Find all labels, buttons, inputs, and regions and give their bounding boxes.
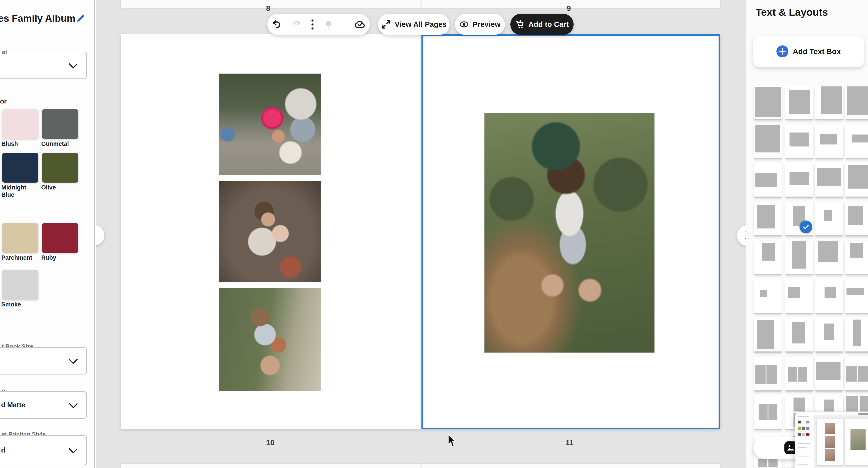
paper-type-select[interactable]: d Matte <box>0 391 87 419</box>
layout-placeholder <box>769 459 778 467</box>
layout-placeholder <box>817 168 841 186</box>
layout-thumbnail[interactable] <box>845 86 868 120</box>
layout-placeholder <box>755 365 766 384</box>
selected-check-icon <box>800 221 812 233</box>
layout-thumbnail[interactable] <box>845 202 868 236</box>
mini-swatch-dot <box>798 433 801 436</box>
layout-thumbnail[interactable] <box>785 279 813 314</box>
layout-thumbnail[interactable] <box>785 241 813 275</box>
layout-thumbnail[interactable] <box>845 125 868 159</box>
layout-thumbnail[interactable] <box>815 318 843 353</box>
chevron-down-icon <box>69 60 78 69</box>
swatch-gunmetal[interactable] <box>42 109 78 139</box>
layout-thumbnail[interactable] <box>785 202 813 236</box>
chevron-down-icon <box>69 399 78 408</box>
swatch-midnight-blue[interactable] <box>2 153 38 182</box>
redo-icon[interactable] <box>291 19 302 30</box>
layout-placeholder <box>757 320 774 349</box>
swatch-label: Blush <box>1 140 39 147</box>
swatch-ruby[interactable] <box>42 223 78 253</box>
layout-thumbnail[interactable] <box>754 318 782 353</box>
text-layouts-heading: Text & Layouts <box>755 6 828 18</box>
layout-thumbnail[interactable] <box>754 279 782 314</box>
layout-placeholder <box>821 87 842 114</box>
layout-placeholder <box>848 206 863 225</box>
layout-thumbnail[interactable] <box>754 86 782 120</box>
layout-placeholder <box>769 404 777 420</box>
bell-icon[interactable] <box>323 19 334 30</box>
view-all-pages-button[interactable]: View All Pages <box>378 14 450 35</box>
photo-mother-baby-outdoor[interactable] <box>219 288 321 391</box>
layout-placeholder <box>767 365 777 384</box>
book-page-left[interactable] <box>121 34 421 429</box>
cloud-saved-icon[interactable] <box>354 19 366 30</box>
photo-mother-baby-indoor[interactable] <box>219 181 321 282</box>
swatch-smoke[interactable] <box>2 270 38 300</box>
layout-thumbnail[interactable] <box>815 163 843 198</box>
photo-girl-on-swing[interactable] <box>485 113 654 353</box>
layout-thumbnail[interactable] <box>754 241 782 275</box>
color-section-label: or <box>0 98 7 105</box>
layout-placeholder <box>851 134 868 142</box>
layout-thumbnail[interactable] <box>845 279 868 314</box>
layout-thumbnail[interactable] <box>845 163 868 198</box>
layout-thumbnail[interactable] <box>845 241 868 275</box>
layout-thumbnail[interactable] <box>785 86 813 120</box>
layout-thumbnail[interactable] <box>785 318 813 353</box>
editor-mini-toolbar <box>268 14 370 35</box>
layout-placeholder <box>755 87 781 117</box>
add-text-box-button[interactable]: Add Text Box <box>753 36 864 67</box>
layout-thumbnail[interactable] <box>754 163 782 198</box>
swatch-blush[interactable] <box>2 109 38 139</box>
swatch-label: Ruby <box>41 254 79 262</box>
mini-preview-window[interactable] <box>795 411 868 468</box>
add-to-cart-button[interactable]: Add to Cart <box>510 14 574 35</box>
layout-placeholder <box>788 287 800 298</box>
layout-placeholder <box>762 243 775 261</box>
layout-placeholder <box>846 366 857 381</box>
book-size-select[interactable] <box>0 347 87 374</box>
photo-helmet-girl[interactable] <box>219 74 321 175</box>
layout-placeholder <box>825 287 836 298</box>
layout-thumbnail[interactable] <box>845 318 868 353</box>
book-page-right-selected[interactable] <box>422 34 720 429</box>
next-spread-edge-left <box>121 464 421 468</box>
mini-swatch-dot <box>798 421 801 424</box>
undo-icon[interactable] <box>272 19 282 30</box>
layout-thumbnail[interactable] <box>845 357 868 392</box>
layout-thumbnail[interactable] <box>815 125 843 159</box>
add-to-cart-label: Add to Cart <box>529 20 569 29</box>
text-and-layouts-sidebar: Text & Layouts Add Text Box Phot <box>746 0 868 468</box>
kebab-menu-icon[interactable] <box>311 20 313 30</box>
paper-type-value: d Matte <box>1 401 25 409</box>
swatch-olive[interactable] <box>42 153 78 182</box>
page-number-11: 11 <box>566 438 574 447</box>
mini-sidebar <box>797 414 813 468</box>
swatch-parchment[interactable] <box>2 223 38 253</box>
mini-canvas <box>814 415 868 468</box>
color-palette-select[interactable]: et <box>0 52 87 79</box>
layout-thumbnail[interactable] <box>754 396 782 430</box>
layout-thumbnail[interactable] <box>815 357 843 392</box>
mini-page-right <box>845 419 868 465</box>
layout-thumbnail[interactable] <box>754 357 782 392</box>
chevron-down-icon <box>69 355 78 364</box>
layout-placeholder <box>850 243 863 258</box>
layout-thumbnail[interactable] <box>785 163 813 198</box>
swatch-label: Smoke <box>1 301 39 308</box>
layout-thumbnail[interactable] <box>815 202 843 236</box>
mini-swatch-dot <box>798 427 801 430</box>
sidebar-scrollbar[interactable] <box>94 0 95 468</box>
mini-swatch-dot <box>806 433 809 436</box>
page-number-8: 8 <box>266 4 270 13</box>
layout-thumbnail[interactable] <box>815 279 843 314</box>
layout-thumbnail[interactable] <box>785 357 813 392</box>
layout-thumbnail[interactable] <box>754 202 782 236</box>
edit-title-pencil-icon[interactable] <box>75 13 86 24</box>
layout-thumbnail[interactable] <box>785 125 813 159</box>
layout-thumbnail[interactable] <box>815 241 843 275</box>
printing-style-select[interactable]: d <box>0 435 87 465</box>
layout-thumbnail[interactable] <box>754 125 782 159</box>
preview-button[interactable]: Preview <box>455 14 505 35</box>
layout-thumbnail[interactable] <box>815 86 843 120</box>
